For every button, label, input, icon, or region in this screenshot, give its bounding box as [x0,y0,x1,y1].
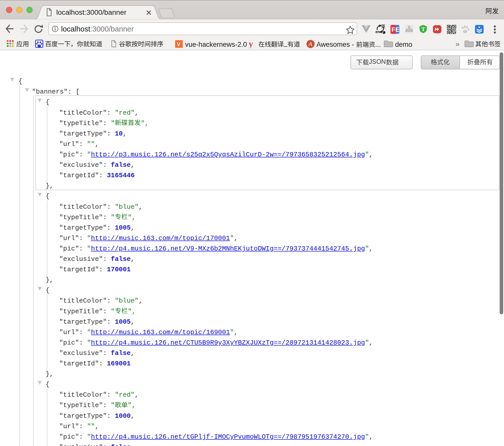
svg-text:en: en [375,29,380,34]
svg-text:E: E [395,26,399,33]
svg-text:V: V [177,41,180,47]
svg-text:A: A [308,41,312,47]
svg-text:y: y [249,40,253,48]
svg-text:T: T [422,26,425,32]
svg-text:F: F [391,26,395,33]
